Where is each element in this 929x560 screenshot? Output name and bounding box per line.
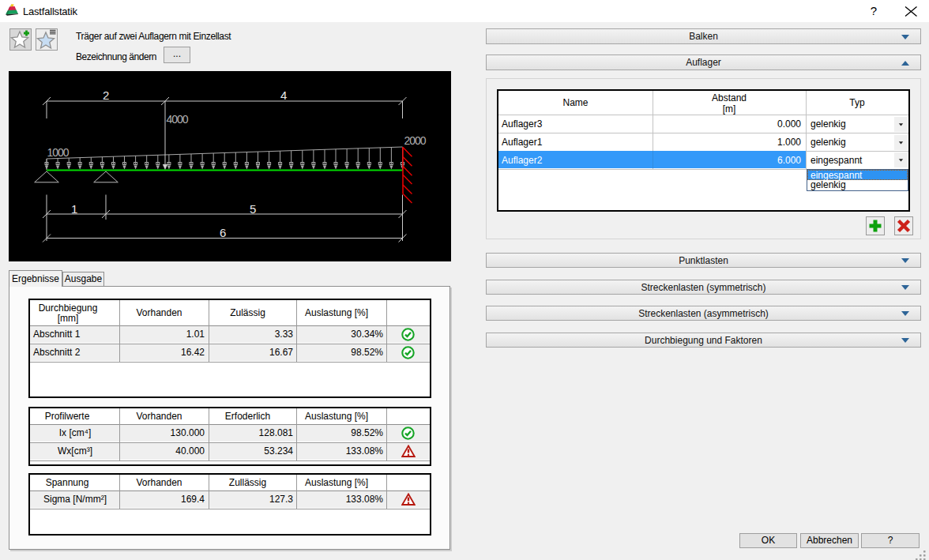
svg-text:4000: 4000 [166, 113, 188, 126]
svg-text:6: 6 [220, 226, 226, 239]
svg-text:1000: 1000 [47, 146, 69, 159]
svg-text:4: 4 [280, 88, 287, 102]
svg-text:5: 5 [250, 202, 256, 216]
svg-text:2000: 2000 [404, 134, 426, 147]
svg-text:2: 2 [103, 88, 109, 102]
svg-text:1: 1 [71, 202, 77, 216]
